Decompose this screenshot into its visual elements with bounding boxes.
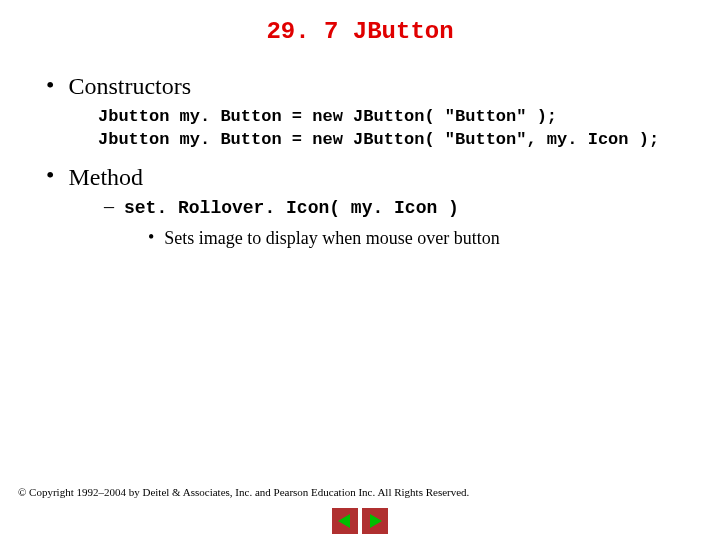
svg-marker-0: [338, 514, 350, 528]
bullet-dot-icon: •: [148, 227, 154, 248]
bullet-method: • Method: [46, 164, 702, 191]
svg-marker-1: [370, 514, 382, 528]
method-description: • Sets image to display when mouse over …: [148, 228, 702, 249]
slide-nav: [332, 508, 388, 534]
prev-slide-button[interactable]: [332, 508, 358, 534]
triangle-left-icon: [336, 512, 354, 530]
next-slide-button[interactable]: [362, 508, 388, 534]
method-code: set. Rollover. Icon( my. Icon ): [124, 198, 459, 218]
dash-icon: –: [104, 195, 114, 218]
method-desc-text: Sets image to display when mouse over bu…: [164, 228, 499, 249]
bullet-dot-icon: •: [46, 73, 54, 97]
triangle-right-icon: [366, 512, 384, 530]
constructors-code: Jbutton my. Button = new JButton( "Butto…: [98, 106, 702, 152]
copyright-text: © Copyright 1992–2004 by Deitel & Associ…: [18, 486, 469, 498]
constructors-label: Constructors: [68, 73, 191, 100]
code-line-1: Jbutton my. Button = new JButton( "Butto…: [98, 106, 702, 129]
code-line-2: Jbutton my. Button = new JButton( "Butto…: [98, 129, 702, 152]
method-label: Method: [68, 164, 143, 191]
bullet-constructors: • Constructors: [46, 73, 702, 100]
bullet-dot-icon: •: [46, 163, 54, 187]
method-item: – set. Rollover. Icon( my. Icon ): [104, 195, 702, 218]
slide-title: 29. 7 JButton: [18, 18, 702, 45]
